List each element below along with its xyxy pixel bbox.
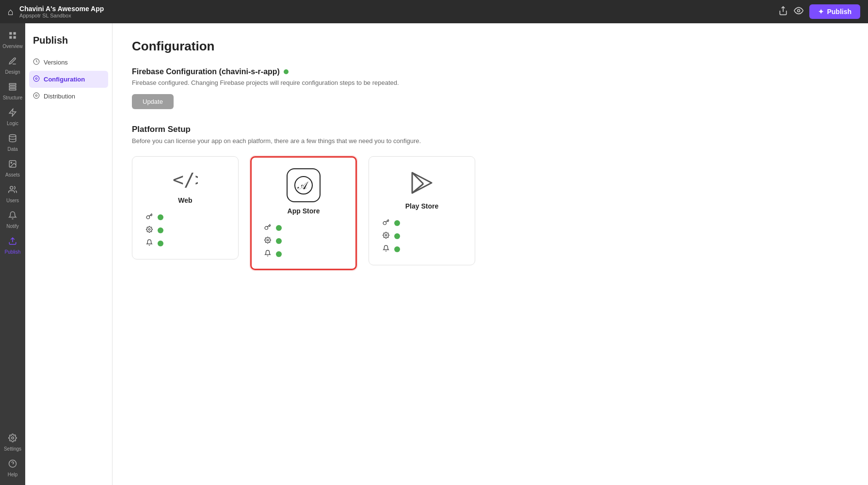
leftnav: Overview Design Structure Logic Data Ass… xyxy=(0,23,25,485)
play-store-row-notify xyxy=(383,245,461,253)
sidebar: Publish Versions Configuration Distribut… xyxy=(25,23,113,485)
platform-description: Before you can license your app on each … xyxy=(132,137,849,145)
svg-point-9 xyxy=(9,135,16,137)
topbar: ⌂ Chavini A's Awesome App Appspotr SL Sa… xyxy=(0,0,868,23)
design-icon xyxy=(8,57,17,68)
nav-item-design[interactable]: Design xyxy=(0,53,25,79)
nav-item-data[interactable]: Data xyxy=(0,130,25,156)
svg-point-11 xyxy=(11,162,12,163)
logic-icon xyxy=(8,108,17,119)
svg-point-12 xyxy=(10,186,13,189)
web-key-status xyxy=(158,214,163,220)
gear-icon-as xyxy=(264,237,271,245)
sidebar-item-versions[interactable]: Versions xyxy=(25,54,112,71)
main-content: Configuration Firebase Configuration (ch… xyxy=(113,23,868,485)
nav-item-assets[interactable]: Assets xyxy=(0,156,25,181)
firebase-description: Firebase configured. Changing Firebase p… xyxy=(132,79,849,86)
play-store-settings-status xyxy=(394,233,400,239)
svg-point-28 xyxy=(385,234,387,236)
app-store-settings-status xyxy=(276,238,282,244)
update-button[interactable]: Update xyxy=(132,94,174,109)
nav-item-overview[interactable]: Overview xyxy=(0,27,25,53)
svg-text:</>: </> xyxy=(173,169,198,188)
app-name: Chavini A's Awesome App xyxy=(19,5,104,13)
key-icon-ps xyxy=(383,219,389,227)
structure-icon xyxy=(8,82,17,94)
play-store-row-settings xyxy=(383,232,461,240)
versions-icon xyxy=(33,58,40,66)
nav-item-structure[interactable]: Structure xyxy=(0,79,25,104)
publish-nav-icon xyxy=(8,237,17,248)
gear-icon xyxy=(146,226,153,234)
assets-icon xyxy=(8,160,17,171)
publish-button[interactable]: ✦ Publish xyxy=(809,4,860,19)
svg-point-0 xyxy=(798,9,800,12)
nav-item-users[interactable]: Users xyxy=(0,181,25,207)
firebase-section: Firebase Configuration (chavini-s-r-app)… xyxy=(132,67,849,109)
web-card-rows xyxy=(146,213,225,247)
firebase-title: Firebase Configuration (chavini-s-r-app) xyxy=(132,67,849,76)
svg-rect-4 xyxy=(14,36,16,39)
bell-icon xyxy=(146,239,153,247)
nav-item-notify[interactable]: Notify xyxy=(0,207,25,233)
help-icon xyxy=(8,459,17,470)
svg-rect-3 xyxy=(9,36,12,39)
web-row-settings xyxy=(146,226,225,234)
sidebar-item-distribution[interactable]: Distribution xyxy=(25,88,112,105)
nav-overview-label: Overview xyxy=(2,44,23,49)
overview-icon xyxy=(8,31,17,42)
svg-rect-6 xyxy=(9,86,16,88)
sidebar-item-configuration[interactable]: Configuration xyxy=(29,71,108,88)
play-store-notify-status xyxy=(394,246,400,252)
nav-item-help[interactable]: Help xyxy=(0,455,25,481)
firebase-status-dot xyxy=(284,69,289,74)
nav-data-label: Data xyxy=(7,146,17,152)
share-icon[interactable] xyxy=(778,6,788,18)
nav-item-settings[interactable]: Settings xyxy=(0,430,25,455)
play-store-card-title: Play Store xyxy=(405,202,438,210)
nav-assets-label: Assets xyxy=(5,172,20,178)
platform-cards: </> Web xyxy=(132,156,849,270)
platform-card-app-store[interactable]: 𝒜 App Store xyxy=(250,156,357,270)
app-store-notify-status xyxy=(276,251,282,257)
svg-point-16 xyxy=(33,76,39,81)
platform-title: Platform Setup xyxy=(132,125,849,134)
key-icon-as xyxy=(264,224,271,232)
nav-item-publish[interactable]: Publish xyxy=(0,233,25,259)
key-icon xyxy=(146,213,153,221)
preview-icon[interactable] xyxy=(794,6,804,18)
svg-rect-1 xyxy=(9,32,12,34)
web-row-key xyxy=(146,213,225,221)
sidebar-configuration-label: Configuration xyxy=(44,76,85,83)
platform-setup-section: Platform Setup Before you can license yo… xyxy=(132,125,849,270)
web-card-title: Web xyxy=(178,196,192,204)
gear-icon-ps xyxy=(383,232,389,240)
svg-point-13 xyxy=(12,437,14,439)
platform-card-web[interactable]: </> Web xyxy=(132,156,239,259)
home-button[interactable]: ⌂ xyxy=(8,6,14,17)
svg-rect-7 xyxy=(9,89,16,90)
nav-item-logic[interactable]: Logic xyxy=(0,104,25,130)
svg-point-17 xyxy=(35,78,37,80)
nav-help-label: Help xyxy=(8,472,18,477)
platform-card-play-store[interactable]: Play Store xyxy=(369,156,475,265)
web-notify-status xyxy=(158,241,163,246)
svg-point-18 xyxy=(33,93,39,98)
bell-icon-as xyxy=(264,250,271,258)
configuration-icon xyxy=(33,75,40,83)
bell-icon-ps xyxy=(383,245,389,253)
nav-users-label: Users xyxy=(6,198,19,203)
nav-logic-label: Logic xyxy=(7,121,18,126)
svg-point-21 xyxy=(148,228,150,230)
publish-label: Publish xyxy=(827,8,852,16)
web-row-notify xyxy=(146,239,225,247)
nav-settings-label: Settings xyxy=(4,446,21,452)
page-title: Configuration xyxy=(132,39,849,54)
app-store-card-rows xyxy=(264,224,343,258)
app-subtitle: Appspotr SL Sandbox xyxy=(19,13,104,18)
app-info: Chavini A's Awesome App Appspotr SL Sand… xyxy=(19,5,104,18)
svg-point-24 xyxy=(267,239,269,241)
app-store-key-status xyxy=(276,225,282,231)
notify-icon xyxy=(8,211,17,222)
topbar-right: ✦ Publish xyxy=(778,4,860,19)
